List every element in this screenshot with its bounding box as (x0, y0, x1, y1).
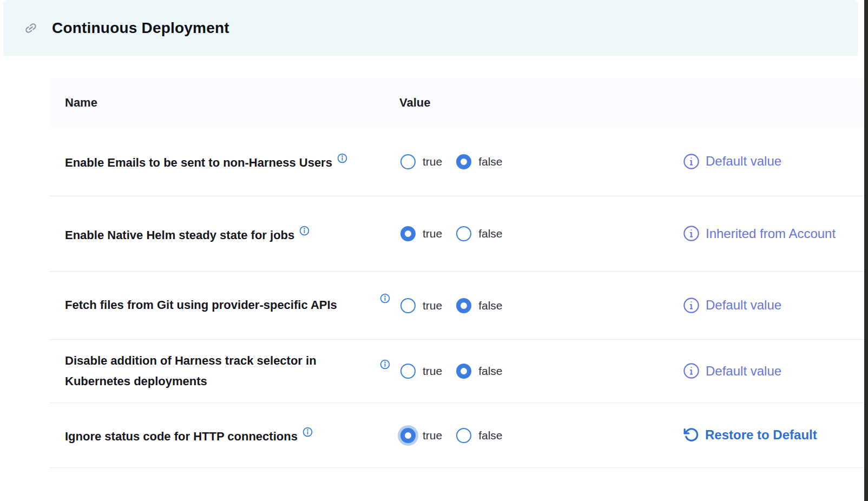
setting-name-label: Fetch files from Git using provider-spec… (65, 298, 337, 312)
table-body: Enable Emails to be sent to non-Harness … (50, 127, 864, 468)
setting-value-cell: true false (380, 226, 575, 241)
radio-true-label[interactable]: true (423, 227, 442, 240)
table-header-row: Name Value (50, 78, 864, 127)
status-info-icon[interactable] (683, 362, 700, 379)
radio-false-label[interactable]: false (478, 227, 502, 240)
radio-false[interactable] (456, 298, 471, 313)
page-title: Continuous Deployment (52, 19, 229, 37)
setting-name-label: Enable Native Helm steady state for jobs (65, 228, 294, 242)
setting-name-cell: Ignore status code for HTTP connections (50, 423, 380, 447)
settings-page: Continuous Deployment Name Value Enable … (0, 0, 868, 501)
radio-true[interactable] (400, 428, 416, 443)
status-label: Inherited from Account (706, 225, 836, 243)
setting-info-icon[interactable] (380, 293, 390, 306)
setting-value-cell: true false (380, 298, 575, 313)
radio-true-label[interactable]: true (423, 155, 442, 168)
setting-row: Disable addition of Harness track select… (50, 340, 864, 403)
radio-false-label[interactable]: false (478, 155, 502, 168)
setting-name-label: Enable Emails to be sent to non-Harness … (65, 156, 332, 169)
section-header: Continuous Deployment (3, 0, 858, 56)
value-info-slot (380, 365, 400, 378)
radio-true-label[interactable]: true (423, 365, 442, 378)
setting-name-cell: Fetch files from Git using provider-spec… (50, 295, 380, 316)
setting-info-icon[interactable] (303, 423, 313, 444)
restore-icon[interactable] (683, 427, 699, 443)
radio-true-label[interactable]: true (423, 299, 442, 312)
setting-row: Fetch files from Git using provider-spec… (50, 272, 864, 340)
setting-info-icon[interactable] (380, 359, 390, 372)
setting-value-cell: true false (380, 364, 575, 379)
radio-false-label[interactable]: false (478, 299, 502, 312)
column-header-value: Value (380, 96, 430, 110)
setting-status-cell: Restore to Default (678, 426, 864, 445)
setting-row: Enable Emails to be sent to non-Harness … (50, 127, 864, 196)
status-info-icon[interactable] (683, 153, 700, 170)
radio-false[interactable] (456, 428, 471, 443)
window-right-edge (864, 0, 868, 501)
setting-value-cell: true false (380, 428, 575, 443)
radio-false-label[interactable]: false (478, 429, 502, 442)
radio-true[interactable] (400, 154, 416, 169)
status-label[interactable]: Restore to Default (705, 426, 817, 445)
radio-false[interactable] (456, 226, 471, 241)
setting-status-cell: Default value (678, 152, 864, 171)
setting-status-cell: Default value (678, 296, 864, 315)
setting-status-cell: Default value (678, 362, 864, 381)
radio-true[interactable] (400, 226, 416, 241)
radio-true-label[interactable]: true (423, 429, 442, 442)
status-label: Default value (706, 152, 781, 171)
column-header-name: Name (50, 96, 380, 110)
radio-false[interactable] (456, 154, 471, 169)
status-label: Default value (706, 296, 781, 315)
chain-link-icon[interactable] (24, 21, 38, 35)
setting-info-icon[interactable] (299, 222, 310, 243)
radio-true[interactable] (400, 364, 416, 379)
setting-name-cell: Disable addition of Harness track select… (50, 351, 380, 392)
setting-value-cell: true false (380, 154, 575, 169)
status-label: Default value (706, 362, 781, 381)
setting-row: Enable Native Helm steady state for jobs (50, 196, 864, 272)
settings-table: Name Value Enable Emails to be sent to n… (50, 78, 864, 468)
radio-true[interactable] (400, 298, 416, 313)
setting-info-icon[interactable] (337, 149, 347, 170)
setting-name-cell: Enable Emails to be sent to non-Harness … (50, 149, 380, 174)
value-info-slot (380, 299, 400, 312)
setting-status-cell: Inherited from Account (678, 225, 864, 243)
radio-false[interactable] (456, 364, 471, 379)
setting-name-cell: Enable Native Helm steady state for jobs (50, 222, 380, 246)
radio-false-label[interactable]: false (478, 365, 502, 378)
status-info-icon[interactable] (683, 297, 700, 314)
setting-name-label: Disable addition of Harness track select… (65, 354, 317, 388)
status-info-icon[interactable] (683, 225, 700, 242)
setting-row: Ignore status code for HTTP connections (50, 403, 864, 468)
setting-name-label: Ignore status code for HTTP connections (65, 430, 298, 443)
